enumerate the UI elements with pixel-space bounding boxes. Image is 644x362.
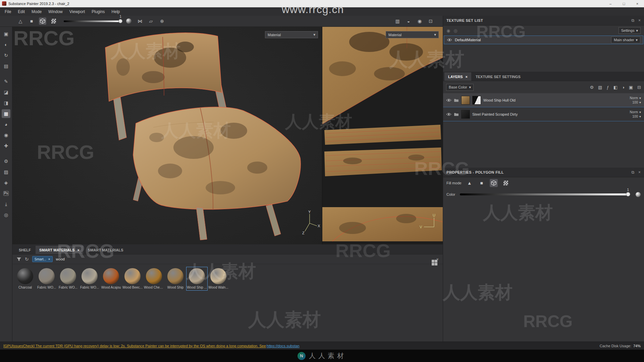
shader-settings-icon[interactable]: ◒ [405,17,412,25]
material-item-wood-acajou[interactable]: Wood Acajou [100,267,122,291]
tab-close-icon[interactable]: × [77,248,79,252]
eye-icon[interactable] [446,113,451,116]
eraser-tool-icon[interactable]: ◪ [2,88,10,97]
material-picker-tool-icon[interactable]: ✚ [2,141,10,150]
add-folder-icon[interactable]: ▣ [629,85,633,90]
add-paint-layer-icon[interactable]: ◑ [622,85,625,90]
history-icon[interactable]: ↻ [2,51,10,60]
color-value-slider[interactable]: 1 [460,193,630,195]
folder-icon[interactable] [454,98,459,102]
opacity-dropdown[interactable]: 100 ▾ [632,115,641,118]
tab-texture-set-settings[interactable]: TEXTURE SET SETTINGS [472,72,524,81]
screenshot-icon[interactable]: ⊡ [427,17,434,25]
polygon-fill-tool-icon[interactable]: ▦ [2,109,10,118]
add-effect-icon[interactable]: ⚙ [590,85,594,90]
channel-dropdown[interactable]: Base Color ▾ [446,84,474,91]
material-item-charcoal[interactable]: Charcoal [14,267,36,291]
minimize-button[interactable]: – [604,0,617,7]
eye-icon[interactable] [447,38,452,42]
material-thumbnail[interactable] [124,268,141,284]
delete-layer-icon[interactable]: ⊟ [637,85,641,90]
blend-mode-dropdown[interactable]: Norm ▾ [630,110,641,114]
material-item-fabric-2[interactable]: Fabric WO... [57,267,79,291]
maximize-button[interactable]: □ [617,0,631,7]
undock-icon[interactable]: ⧉ [631,170,634,175]
menu-file[interactable]: File [1,7,14,16]
add-generator-icon[interactable]: ƒ [606,85,609,90]
close-icon[interactable]: × [638,170,641,175]
close-icon[interactable]: × [638,18,641,23]
settings-gear-icon[interactable]: ⚙ [2,157,10,166]
color-swatch[interactable] [636,192,641,197]
chip-close-icon[interactable]: × [48,257,50,261]
menu-plugins[interactable]: Plugins [88,7,108,16]
close-button[interactable]: × [631,0,644,7]
material-thumbnail[interactable] [210,268,226,284]
folder-icon[interactable] [454,112,459,116]
paint-brush-tool-icon[interactable]: ✎ [2,77,10,86]
material-item-fabric-3[interactable]: Fabric WO... [79,267,100,291]
material-item-fabric-1[interactable]: Fabric WO... [36,267,57,291]
opacity-dropdown[interactable]: 100 ▾ [632,101,641,104]
shader-icon[interactable]: ◈ [2,178,10,187]
display-mode-icon[interactable]: ▣ [2,29,10,38]
refresh-icon[interactable]: ↻ [25,256,29,262]
fill-uv-checker-icon[interactable] [502,179,510,187]
slider-knob[interactable] [118,19,122,23]
export-icon[interactable]: ⤓ [2,200,10,208]
material-item-wood-chestnut[interactable]: Wood Ches... [143,267,165,291]
menu-viewport[interactable]: Viewport [66,7,88,16]
stencil-icon[interactable]: ▱ [147,17,155,25]
viewport3d-material-dropdown[interactable]: Material ▾ [265,31,318,38]
tab-smart-materials-2[interactable]: SMART MATERIALS [84,246,127,254]
layer-thumbnail[interactable] [461,96,470,105]
add-filter-icon[interactable]: ▧ [598,85,602,90]
fill-triangle-icon[interactable]: ▲ [466,179,474,187]
symmetry-icon[interactable]: ⋈ [136,17,144,25]
material-item-wood-ship[interactable]: Wood Ship [165,267,186,291]
uv-checker-fill-icon[interactable] [50,17,57,25]
texture-set-link-icon[interactable]: ◉ [446,28,450,33]
material-item-wood-ship-selected[interactable]: Wood Ship ... [186,267,208,291]
menu-window[interactable]: Window [45,7,66,16]
tab-close-icon[interactable]: × [466,75,468,79]
settings-button[interactable]: Settings ▾ [619,27,641,34]
color-slider-knob[interactable] [626,192,630,196]
texture-set-unlink-icon[interactable]: ◎ [453,28,457,33]
environment-icon[interactable]: ◐ [2,40,10,49]
hardness-sphere-icon[interactable] [126,18,131,24]
tool-opacity-slider[interactable]: 1 [64,20,121,22]
photoshop-link-icon[interactable]: Ps [2,189,10,198]
material-thumbnail[interactable] [167,268,183,284]
tab-layers[interactable]: LAYERS × [444,72,471,81]
material-thumbnail[interactable] [60,268,76,284]
eye-icon[interactable] [446,99,451,102]
blend-mode-dropdown[interactable]: Norm ▾ [630,96,641,100]
undock-icon[interactable]: ⧉ [631,18,634,23]
main-shader-button[interactable]: Main shader ▾ [611,37,640,43]
resources-icon[interactable]: ◎ [2,210,10,219]
material-item-wood-walnut[interactable]: Wood Waln... [208,267,229,291]
material-thumbnail[interactable] [103,268,119,284]
add-fill-layer-icon[interactable]: ◧ [613,85,618,90]
status-link[interactable]: https://docs.substan [267,344,300,348]
material-thumbnail[interactable] [82,268,98,284]
filter-chip[interactable]: Smart... × [32,256,53,262]
viewport-3d[interactable]: Material ▾ Y X Z [12,27,322,244]
quad-fill-icon[interactable]: ■ [28,17,35,25]
log-icon[interactable]: ▤ [2,62,10,70]
object-fill-icon[interactable] [39,17,46,25]
clone-tool-icon[interactable]: ◉ [2,131,10,139]
fill-object-icon[interactable] [490,179,498,187]
thumbnail-size-grid-icon[interactable] [432,260,437,265]
fill-quad-icon[interactable]: ■ [478,179,486,187]
display-settings-icon[interactable]: ▥ [394,17,401,25]
projection-tool-icon[interactable]: ◨ [2,99,10,107]
search-input[interactable]: wood [56,257,65,261]
filter-funnel-icon[interactable] [16,257,21,261]
layer-thumbnail[interactable] [461,110,470,119]
triangle-fill-icon[interactable]: △ [17,17,24,25]
viewport-2d[interactable]: Material ▾ U V [322,27,443,244]
layer-mask-thumbnail[interactable] [472,96,481,105]
layer-row-wood-ship[interactable]: Wood Ship Hull Old Norm ▾ 100 ▾ [443,93,644,107]
